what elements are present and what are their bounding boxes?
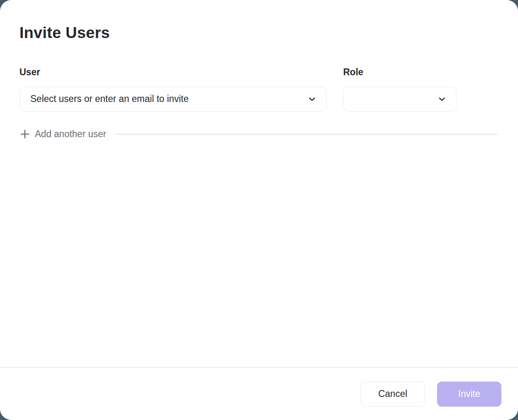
add-user-row: Add another user — [19, 127, 499, 142]
add-another-user-label: Add another user — [35, 129, 106, 140]
user-select[interactable]: Select users or enter an email to invite — [19, 87, 327, 112]
plus-icon — [19, 129, 30, 140]
user-field-group: User Select users or enter an email to i… — [19, 67, 327, 112]
chevron-down-icon — [308, 95, 316, 104]
role-field-group: Role — [343, 67, 456, 112]
page-title: Invite Users — [19, 23, 499, 42]
invite-button[interactable]: Invite — [437, 382, 501, 407]
role-select[interactable] — [343, 87, 456, 112]
dialog-body: Invite Users User Select users or enter … — [0, 0, 518, 367]
cancel-button[interactable]: Cancel — [361, 382, 425, 407]
invite-users-dialog: Invite Users User Select users or enter … — [0, 0, 518, 420]
dialog-footer: Cancel Invite — [0, 368, 518, 420]
user-select-placeholder: Select users or enter an email to invite — [30, 93, 308, 104]
invite-form-row: User Select users or enter an email to i… — [19, 67, 499, 112]
chevron-down-icon — [437, 95, 446, 104]
section-divider — [115, 134, 499, 135]
user-field-label: User — [19, 67, 327, 78]
role-field-label: Role — [343, 67, 456, 78]
add-another-user-button[interactable]: Add another user — [19, 129, 106, 140]
